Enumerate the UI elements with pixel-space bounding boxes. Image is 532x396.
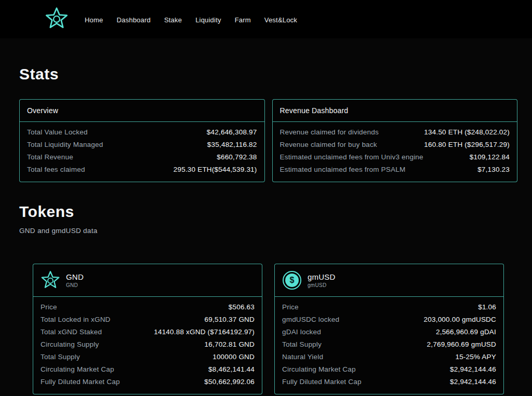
token-stat-row: gmdUSDC locked 203,000.00 gmdUSDC — [282, 313, 496, 325]
token-stat-label: Circulating Supply — [41, 340, 99, 348]
token-name: gmUSD — [308, 272, 336, 281]
gmusd-token-body: Price $1.06 gmdUSDC locked 203,000.00 gm… — [275, 297, 503, 394]
token-stat-value: $506.63 — [229, 303, 255, 311]
token-stat-row: Natural Yield 15-25% APY — [282, 350, 496, 363]
token-stat-label: Total Locked in xGND — [41, 316, 111, 323]
top-nav: Home Dashboard Stake Liquidity Farm Vest… — [0, 0, 532, 38]
token-stat-value: 14140.88 xGND ($7164192.97) — [154, 328, 255, 336]
stat-value: $109,122.84 — [470, 153, 510, 161]
token-stat-row: Price $506.63 — [41, 301, 255, 313]
token-stat-value: $50,662,992.06 — [204, 378, 255, 386]
stat-row: Total fees claimed 295.30 ETH($544,539.3… — [27, 163, 257, 175]
stat-value: $35,482,116.82 — [207, 141, 257, 148]
token-stat-label: Fully Diluted Market Cap — [282, 378, 362, 386]
token-stat-row: Total Locked in xGND 69,510.37 GND — [41, 313, 255, 325]
app-logo[interactable] — [44, 7, 69, 32]
stat-row: Total Value Locked $42,646,308.97 — [27, 126, 257, 138]
stat-value: $660,792.38 — [217, 153, 257, 161]
token-stat-value: $1.06 — [478, 303, 496, 311]
token-stat-label: gmdUSDC locked — [282, 316, 339, 323]
token-stat-row: Total Supply 2,769,960.69 gmUSD — [282, 338, 496, 350]
nav-link[interactable]: Liquidity — [195, 16, 221, 24]
gmusd-token-card: $ gmUSD gmUSD Price $1.06 gmdUSDC locked… — [274, 264, 504, 394]
token-symbol: gmUSD — [308, 282, 336, 288]
tokens-subtitle: GND and gmdUSD data — [19, 227, 532, 235]
nav-links: Home Dashboard Stake Liquidity Farm Vest… — [85, 16, 297, 24]
token-stat-row: gDAI locked 2,566,960.69 gDAI — [282, 325, 496, 338]
token-symbol: GND — [66, 282, 84, 288]
stat-row: Revenue claimed for dividends 134.50 ETH… — [280, 126, 510, 138]
token-stat-value: 15-25% APY — [455, 353, 496, 361]
revenue-dashboard-card: Revenue Dashboard Revenue claimed for di… — [272, 99, 518, 182]
stat-value: 134.50 ETH ($248,022.02) — [424, 128, 510, 136]
stat-label: Estimated unclaimed fees from Univ3 engi… — [280, 153, 423, 161]
token-stat-label: Total Supply — [282, 340, 322, 348]
stats-title: Stats — [19, 65, 532, 83]
stat-label: Total fees claimed — [27, 166, 85, 173]
gnd-token-card: GND GND Price $506.63 Total Locked in xG… — [33, 264, 262, 394]
gnd-token-body: Price $506.63 Total Locked in xGND 69,51… — [33, 297, 262, 394]
token-stat-label: Circulating Market Cap — [41, 365, 114, 373]
tokens-title: Tokens — [19, 203, 532, 221]
token-stat-value: 16,702.81 GND — [205, 340, 255, 348]
token-stat-row: Circulating Supply 16,702.81 GND — [41, 338, 255, 350]
gnd-token-header: GND GND — [33, 264, 262, 297]
token-stat-row: Total Supply 100000 GND — [41, 350, 255, 363]
stat-value: $42,646,308.97 — [207, 128, 257, 136]
stat-label: Revenue claimed for dividends — [280, 128, 379, 136]
stat-label: Total Revenue — [27, 153, 73, 161]
stat-row: Estimated unclaimed fees from Univ3 engi… — [280, 151, 510, 163]
stat-row: Total Revenue $660,792.38 — [27, 151, 257, 163]
token-stat-value: $8,462,141.44 — [208, 365, 255, 373]
stat-row: Estimated unclaimed fees from PSALM $7,1… — [280, 163, 510, 175]
nav-link[interactable]: Stake — [164, 16, 182, 24]
gmusd-token-header: $ gmUSD gmUSD — [275, 264, 503, 297]
stat-value: 295.30 ETH($544,539.31) — [174, 166, 257, 173]
token-stat-row: Circulating Market Cap $8,462,141.44 — [41, 363, 255, 375]
token-stat-label: Natural Yield — [282, 353, 323, 361]
nav-link[interactable]: Home — [85, 16, 103, 24]
token-stat-value: $2,942,144.46 — [450, 365, 496, 373]
stat-row: Total Liquidity Managed $35,482,116.82 — [27, 138, 257, 151]
token-stat-value: $2,942,144.46 — [450, 378, 496, 386]
stat-value: 160.80 ETH ($296,517.29) — [424, 141, 510, 148]
tokens-section: GND GND Price $506.63 Total Locked in xG… — [33, 264, 504, 394]
token-stat-row: Fully Diluted Market Cap $2,942,144.46 — [282, 375, 496, 388]
token-stat-label: Fully Diluted Market Cap — [41, 378, 120, 386]
stat-value: $7,130.23 — [477, 166, 510, 173]
token-name: GND — [66, 272, 84, 281]
token-stat-value: 100000 GND — [212, 353, 255, 361]
stat-row: Revenue claimed for buy back 160.80 ETH … — [280, 138, 510, 151]
token-stat-row: Circulating Market Cap $2,942,144.46 — [282, 363, 496, 375]
star-logo-icon — [41, 270, 60, 290]
token-stat-value: 69,510.37 GND — [205, 316, 255, 323]
token-stat-label: Price — [282, 303, 299, 311]
overview-card: Overview Total Value Locked $42,646,308.… — [19, 99, 265, 182]
token-stat-value: 2,769,960.69 gmUSD — [427, 340, 496, 348]
overview-card-title: Overview — [20, 100, 264, 122]
dollar-coin-icon: $ — [282, 270, 302, 290]
revenue-dashboard-card-title: Revenue Dashboard — [273, 100, 517, 122]
token-stat-label: Price — [41, 303, 57, 311]
token-stat-label: Circulating Market Cap — [282, 365, 356, 373]
token-stat-row: Fully Diluted Market Cap $50,662,992.06 — [41, 375, 255, 388]
stat-label: Revenue claimed for buy back — [280, 141, 377, 148]
nav-link[interactable]: Vest&Lock — [264, 16, 297, 24]
revenue-dashboard-card-body: Revenue claimed for dividends 134.50 ETH… — [273, 122, 517, 182]
stats-section: Overview Total Value Locked $42,646,308.… — [19, 99, 517, 182]
token-stat-value: 203,000.00 gmdUSDC — [424, 316, 496, 323]
nav-link[interactable]: Dashboard — [116, 16, 150, 24]
nav-link[interactable]: Farm — [235, 16, 251, 24]
token-stat-label: Total Supply — [41, 353, 80, 361]
token-stat-row: Price $1.06 — [282, 301, 496, 313]
stat-label: Total Liquidity Managed — [27, 141, 103, 148]
token-stat-value: 2,566,960.69 gDAI — [436, 328, 496, 336]
stat-label: Estimated unclaimed fees from PSALM — [280, 166, 406, 173]
token-stat-row: Total xGND Staked 14140.88 xGND ($716419… — [41, 325, 255, 338]
stat-label: Total Value Locked — [27, 128, 88, 136]
overview-card-body: Total Value Locked $42,646,308.97 Total … — [20, 122, 264, 182]
star-logo-icon — [45, 7, 69, 33]
token-stat-label: gDAI locked — [282, 328, 321, 336]
token-stat-label: Total xGND Staked — [41, 328, 102, 336]
